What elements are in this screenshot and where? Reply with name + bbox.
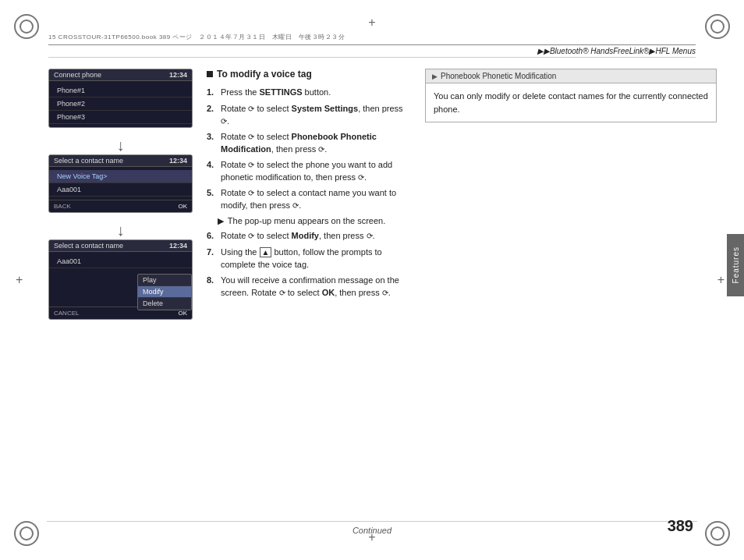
step-5: 5. Rotate ⟳ to select a contact name you…	[207, 186, 409, 212]
corner-inner-br	[710, 526, 725, 541]
step-6: 6. Rotate ⟳ to select Modify, then press…	[207, 229, 409, 243]
popup-delete: Delete	[138, 298, 191, 310]
instructions-list: 1. Press the SETTINGS button. 2. Rotate …	[207, 86, 409, 299]
screen1-header: Connect phone 12:34	[49, 69, 192, 81]
plus-top: +	[368, 16, 375, 30]
step-5-sub: ▶ The pop-up menu appears on the screen.	[207, 214, 409, 228]
note-header-text: Phonebook Phonetic Modification	[441, 72, 556, 80]
screen1-item-2: Phone#2	[49, 97, 192, 111]
corner-decoration-br	[705, 521, 730, 546]
corner-decoration-tr	[705, 14, 730, 39]
note-header: ▶ Phonebook Phonetic Modification	[426, 69, 716, 83]
screen3-cancel-btn: CANCEL	[54, 310, 79, 317]
corner-inner-tl	[19, 19, 34, 34]
step-2: 2. Rotate ⟳ to select System Settings, t…	[207, 102, 409, 128]
screen-mockup-3: Select a contact name 12:34 Aaa001 Play …	[48, 239, 193, 320]
left-panel: Connect phone 12:34 Phone#1 Phone#2 Phon…	[48, 69, 193, 329]
file-info: 15 CROSSTOUR-31TP66500.book 389 ページ ２０１４…	[48, 33, 696, 41]
step-3: 3. Rotate ⟳ to select Phonebook Phonetic…	[207, 130, 409, 156]
screen1-title: Connect phone	[54, 71, 101, 79]
step-1: 1. Press the SETTINGS button.	[207, 86, 409, 100]
header-area: 15 CROSSTOUR-31TP66500.book 389 ページ ２０１４…	[48, 33, 696, 58]
screen-mockup-2: Select a contact name 12:34 New Voice Ta…	[48, 154, 193, 213]
screen-mockup-1: Connect phone 12:34 Phone#1 Phone#2 Phon…	[48, 69, 193, 128]
features-tab: Features	[727, 234, 744, 296]
screen2-back-btn: BACK	[54, 203, 71, 210]
screen1-item-1: Phone#1	[49, 84, 192, 97]
screen3-ok-btn: OK	[178, 310, 187, 317]
screen2-time: 12:34	[169, 157, 187, 165]
instructions-panel: To modify a voice tag 1. Press the SETTI…	[207, 69, 409, 302]
popup-modify: Modify	[138, 286, 191, 298]
breadcrumb: ▶▶Bluetooth® HandsFreeLink®▶HFL Menus	[537, 47, 696, 55]
corner-inner-tr	[710, 19, 725, 34]
section-title: To modify a voice tag	[207, 69, 409, 80]
screen1-item-3: Phone#3	[49, 111, 192, 124]
screen2-buttons: BACK OK	[49, 200, 192, 212]
screen3-item-1: Aaa001	[49, 255, 192, 268]
continued-label: Continued	[353, 526, 391, 535]
step-4: 4. Rotate ⟳ to select the phone you want…	[207, 158, 409, 184]
footer: Continued	[47, 521, 697, 535]
corner-decoration-bl	[14, 521, 39, 546]
screen2-body: New Voice Tag> Aaa001	[49, 167, 192, 200]
features-tab-label: Features	[732, 246, 740, 283]
popup-play: Play	[138, 275, 191, 286]
plus-left: +	[16, 273, 23, 287]
screen2-title: Select a contact name	[54, 157, 123, 165]
page-number-area: 389	[668, 517, 693, 535]
page-number: 389	[668, 517, 693, 534]
screen3-time: 12:34	[169, 242, 187, 250]
arrow-down-1: ↓	[48, 137, 193, 153]
corner-inner-bl	[19, 526, 34, 541]
screen3-header: Select a contact name 12:34	[49, 240, 192, 252]
step-8: 8. You will receive a confirmation messa…	[207, 274, 409, 299]
screen2-ok-btn: OK	[178, 203, 187, 210]
step-7: 7. Using the ▲ button, follow the prompt…	[207, 246, 409, 271]
note-box: ▶ Phonebook Phonetic Modification You ca…	[425, 69, 717, 122]
screen3-title: Select a contact name	[54, 242, 123, 250]
screen3-popup: Play Modify Delete	[137, 274, 192, 310]
screen2-header: Select a contact name 12:34	[49, 155, 192, 167]
screen2-item-2: Aaa001	[49, 183, 192, 197]
note-header-icon: ▶	[432, 73, 438, 80]
screen1-time: 12:34	[169, 71, 187, 79]
right-panel: ▶ Phonebook Phonetic Modification You ca…	[425, 69, 717, 122]
screen1-body: Phone#1 Phone#2 Phone#3	[49, 81, 192, 127]
screen3-body: Aaa001 Play Modify Delete	[49, 252, 192, 307]
screen2-item-1: New Voice Tag>	[49, 170, 192, 183]
note-body: You can only modify or delete contact na…	[426, 83, 716, 122]
section-icon	[207, 71, 213, 77]
arrow-down-2: ↓	[48, 222, 193, 238]
corner-decoration-tl	[14, 14, 39, 39]
plus-right: +	[717, 273, 725, 287]
